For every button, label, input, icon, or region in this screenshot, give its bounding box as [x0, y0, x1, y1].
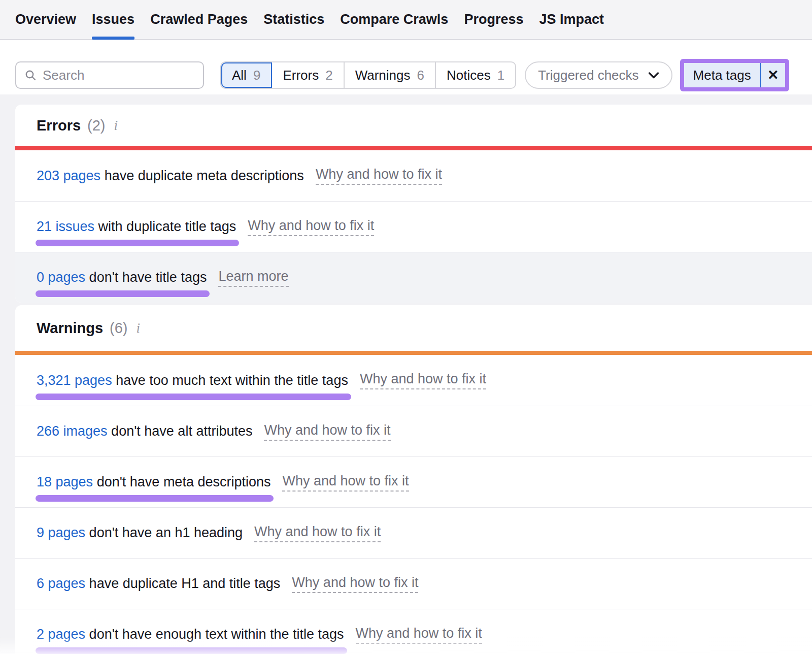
- info-icon[interactable]: i: [114, 118, 118, 134]
- issue-count-link[interactable]: 6 pages: [37, 576, 85, 591]
- meta-tags-filter-label[interactable]: Meta tags: [684, 63, 760, 87]
- issue-sentence: 3,321 pages have too much text within th…: [37, 373, 348, 388]
- chevron-down-icon: [648, 72, 659, 79]
- search-input[interactable]: [43, 68, 195, 83]
- issue-sentence: 18 pages don't have meta descriptions: [37, 474, 270, 490]
- purple-highlight-bar: [36, 495, 274, 502]
- issues-list: Errors(2)i203 pages have duplicate meta …: [0, 94, 812, 654]
- purple-highlight-bar: [36, 647, 347, 654]
- filter-segment-errors[interactable]: Errors2: [272, 62, 344, 88]
- issue-description: don't have enough text within the title …: [89, 627, 344, 642]
- issue-count-link[interactable]: 21 issues: [37, 219, 94, 234]
- issue-row: 3,321 pages have too much text within th…: [15, 355, 812, 406]
- issue-description: have duplicate meta descriptions: [105, 168, 304, 183]
- purple-highlight-bar: [36, 290, 210, 297]
- issue-sentence: 6 pages have duplicate H1 and title tags: [37, 576, 280, 592]
- issue-row: 9 pages don't have an h1 headingWhy and …: [15, 507, 812, 558]
- issue-row: 266 images don't have alt attributesWhy …: [15, 406, 812, 456]
- tab-js-impact[interactable]: JS Impact: [539, 0, 604, 39]
- issue-row: 2 pages don't have enough text within th…: [15, 609, 812, 654]
- why-fix-link[interactable]: Why and how to fix it: [356, 626, 482, 644]
- section-errors: Errors(2)i203 pages have duplicate meta …: [15, 105, 812, 303]
- issue-description: don't have alt attributes: [111, 423, 252, 439]
- issue-description: have too much text within the title tags: [116, 373, 348, 388]
- why-fix-link[interactable]: Why and how to fix it: [292, 575, 418, 593]
- filter-segment-count: 6: [417, 68, 424, 83]
- filter-segment-notices[interactable]: Notices1: [436, 62, 515, 88]
- filter-segment-label: Errors: [283, 68, 319, 83]
- issue-count-link[interactable]: 9 pages: [37, 525, 85, 540]
- issue-description: with duplicate title tags: [98, 219, 236, 234]
- why-fix-link[interactable]: Why and how to fix it: [254, 524, 381, 542]
- search-box[interactable]: [15, 61, 204, 89]
- filter-segment-label: Notices: [447, 68, 491, 83]
- top-nav: OverviewIssuesCrawled PagesStatisticsCom…: [0, 0, 812, 40]
- issue-count-link[interactable]: 266 images: [37, 423, 108, 439]
- controls-bar: All9Errors2Warnings6Notices1 Triggered c…: [0, 40, 812, 94]
- why-fix-link[interactable]: Learn more: [218, 269, 288, 287]
- issue-row: 6 pages have duplicate H1 and title tags…: [15, 558, 812, 609]
- issue-count-link[interactable]: 3,321 pages: [37, 373, 112, 388]
- filter-segment-warnings[interactable]: Warnings6: [345, 62, 436, 88]
- why-fix-link[interactable]: Why and how to fix it: [360, 371, 486, 389]
- triggered-checks-dropdown[interactable]: Triggered checks: [525, 61, 672, 89]
- issue-count-link[interactable]: 2 pages: [37, 627, 85, 642]
- why-fix-link[interactable]: Why and how to fix it: [248, 218, 374, 236]
- severity-bar-errors: [15, 146, 812, 150]
- severity-bar-warnings: [15, 351, 812, 355]
- why-fix-link[interactable]: Why and how to fix it: [282, 473, 409, 492]
- issue-count-link[interactable]: 0 pages: [37, 270, 85, 285]
- why-fix-link[interactable]: Why and how to fix it: [264, 422, 390, 441]
- close-icon[interactable]: ✕: [761, 63, 785, 87]
- issue-sentence: 9 pages don't have an h1 heading: [37, 525, 243, 541]
- issue-description: have duplicate H1 and title tags: [89, 576, 281, 591]
- issue-sentence: 21 issues with duplicate title tags: [37, 219, 236, 235]
- search-icon: [24, 69, 37, 81]
- issue-sentence: 2 pages don't have enough text within th…: [37, 627, 344, 642]
- section-header-errors: Errors(2)i: [15, 105, 812, 146]
- why-fix-link[interactable]: Why and how to fix it: [316, 167, 442, 185]
- section-header-warnings: Warnings(6)i: [15, 305, 812, 351]
- issue-sentence: 203 pages have duplicate meta descriptio…: [37, 168, 304, 184]
- filter-segment-count: 1: [497, 68, 504, 83]
- meta-tags-filter-chip: Meta tags ✕: [680, 59, 789, 91]
- purple-highlight-bar: [36, 394, 351, 400]
- tab-issues[interactable]: Issues: [92, 0, 134, 39]
- filter-segment-count: 2: [325, 68, 332, 83]
- tab-compare-crawls[interactable]: Compare Crawls: [340, 0, 448, 39]
- issue-description: don't have an h1 heading: [89, 525, 243, 540]
- tab-crawled-pages[interactable]: Crawled Pages: [150, 0, 248, 39]
- section-title: Warnings: [37, 320, 103, 337]
- tab-statistics[interactable]: Statistics: [263, 0, 324, 39]
- triggered-checks-label: Triggered checks: [538, 68, 638, 83]
- filter-segment-count: 9: [253, 68, 260, 83]
- issue-count-link[interactable]: 18 pages: [37, 474, 93, 489]
- issue-sentence: 0 pages don't have title tags: [37, 270, 207, 285]
- info-icon[interactable]: i: [137, 320, 141, 336]
- filter-segment-label: Warnings: [355, 68, 411, 83]
- issue-description: don't have meta descriptions: [97, 474, 271, 489]
- issue-row: 203 pages have duplicate meta descriptio…: [15, 150, 812, 201]
- issue-count-link[interactable]: 203 pages: [37, 168, 100, 183]
- section-title: Errors: [37, 117, 81, 134]
- tab-overview[interactable]: Overview: [15, 0, 76, 39]
- section-warnings: Warnings(6)i3,321 pages have too much te…: [15, 305, 812, 654]
- issue-sentence: 266 images don't have alt attributes: [37, 423, 252, 439]
- section-count: (6): [110, 320, 127, 337]
- issue-description: don't have title tags: [89, 270, 207, 285]
- issue-row: 21 issues with duplicate title tagsWhy a…: [15, 201, 812, 252]
- tab-progress[interactable]: Progress: [464, 0, 523, 39]
- purple-highlight-bar: [36, 240, 239, 246]
- section-count: (2): [87, 117, 105, 134]
- filter-segment-all[interactable]: All9: [221, 62, 272, 88]
- issue-row: 18 pages don't have meta descriptionsWhy…: [15, 456, 812, 507]
- issue-row: 0 pages don't have title tagsLearn more: [15, 252, 812, 303]
- severity-filter-group: All9Errors2Warnings6Notices1: [220, 61, 516, 89]
- filter-segment-label: All: [232, 68, 247, 83]
